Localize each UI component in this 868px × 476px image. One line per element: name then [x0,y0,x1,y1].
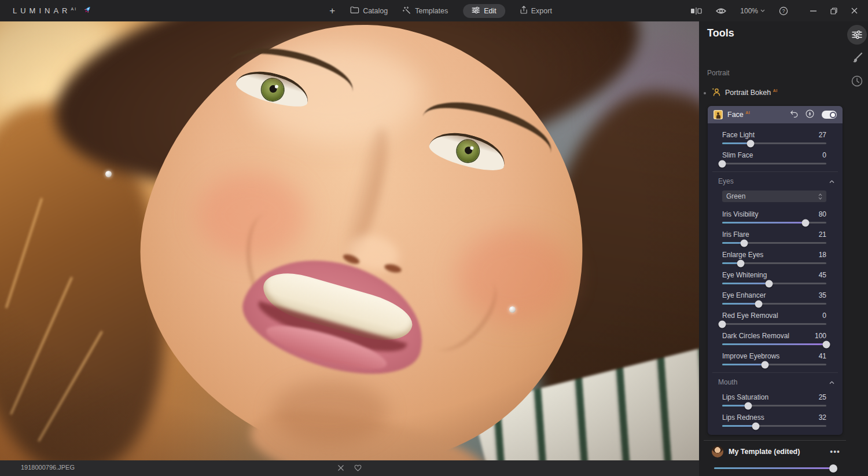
slider-label: Dark Circles Removal [722,332,789,340]
slider-dark-circles-removal: Dark Circles Removal100 [722,332,826,345]
logo-text: LUMINARAI [13,6,77,15]
slider-track[interactable] [722,364,826,365]
slider-track[interactable] [722,242,826,244]
tools-sidebar: Tools Portrait Portrait Bokeh AI Face AI [699,21,868,476]
filename-label: 1918000796.JPEG [21,464,75,471]
slider-knob[interactable] [823,340,830,348]
tool-portrait-bokeh[interactable]: Portrait Bokeh AI [704,87,778,98]
slider-track[interactable] [722,343,826,345]
favorite-heart-icon[interactable] [354,464,362,473]
slider-label: Lips Redness [722,413,764,422]
zoom-level-value: 100% [740,7,758,15]
slider-label: Face Light [722,131,755,139]
tab-templates-label: Templates [415,7,448,15]
minimize-button[interactable] [810,10,816,12]
local-masking-button[interactable] [849,50,865,65]
reset-icon[interactable] [790,109,798,120]
help-icon[interactable]: ? [779,6,788,16]
template-row[interactable]: My Template (edited) ••• [712,446,840,457]
top-bar: LUMINARAI + Catalog Templates Edit Expor… [0,0,868,21]
slider-track[interactable] [722,262,826,264]
template-amount-slider [714,464,837,469]
slider-label: Eye Whitening [722,271,767,279]
magic-wand-icon [403,6,411,16]
slider-track[interactable] [722,163,826,164]
add-photos-button[interactable]: + [329,5,335,17]
slider-label: Lips Saturation [722,393,768,401]
slider-knob[interactable] [752,422,759,430]
slider-knob[interactable] [755,300,763,307]
eye-color-select[interactable]: Green [722,191,826,202]
tab-catalog[interactable]: Catalog [350,6,388,15]
slider-eye-enhancer: Eye Enhancer35 [722,291,826,305]
reject-photo-icon[interactable] [337,464,344,473]
tab-templates[interactable]: Templates [403,6,448,16]
slider-track[interactable] [722,323,826,325]
face-tool-icon [713,110,723,119]
compare-view-icon[interactable] [690,8,702,14]
slider-eye-whitening: Eye Whitening45 [722,271,826,284]
slider-knob[interactable] [740,239,748,247]
svg-text:?: ? [782,8,785,14]
slider-iris-visibility: Iris Visibility80 [722,210,826,224]
slider-knob[interactable] [766,280,773,287]
slider-value: 25 [819,393,826,401]
adjustments-icon [852,31,862,39]
slider-knob[interactable] [719,160,726,167]
slider-knob[interactable] [737,259,745,267]
slider-track[interactable] [722,303,826,305]
slider-label: Eye Enhancer [722,291,766,299]
tab-export-label: Export [531,7,552,15]
app-logo: LUMINARAI [13,0,92,21]
slider-track[interactable] [714,467,837,469]
slider-knob[interactable] [746,140,754,147]
slider-track[interactable] [722,283,826,284]
section-label: Mouth [718,378,737,386]
export-icon [520,6,527,16]
tab-edit[interactable]: Edit [463,4,505,18]
face-panel-header[interactable]: Face AI [708,106,843,123]
chevron-up-icon [829,180,834,183]
rocket-icon [83,5,92,17]
restore-button[interactable] [830,8,837,14]
mask-icon[interactable] [806,109,814,120]
tab-export[interactable]: Export [520,6,552,16]
section-label: Eyes [718,177,734,185]
slider-knob[interactable] [802,219,810,226]
template-name: My Template (edited) [729,448,800,456]
photo-canvas[interactable] [0,21,699,460]
mouth-section-header[interactable]: Mouth [708,373,843,391]
slider-improve-eyebrows: Improve Eyebrows41 [722,352,826,365]
template-menu-button[interactable]: ••• [830,449,840,454]
divider [704,440,846,441]
slider-value: 100 [815,332,826,340]
sliders-icon [472,7,480,15]
slider-track[interactable] [722,425,826,427]
edit-tools-button[interactable] [847,25,867,45]
slider-knob[interactable] [761,361,768,368]
preview-eye-icon[interactable] [716,8,726,14]
slider-knob[interactable] [745,402,752,409]
slider-track[interactable] [722,142,826,144]
slider-value: 0 [822,312,826,320]
slider-track[interactable] [722,222,826,224]
slider-value: 80 [819,210,826,218]
history-button[interactable] [849,74,865,89]
slider-knob[interactable] [829,464,837,473]
slider-lips-saturation: Lips Saturation25 [722,393,826,407]
folder-icon [350,6,359,15]
panel-enabled-toggle[interactable] [822,111,837,119]
zoom-level-dropdown[interactable]: 100% [740,7,765,15]
slider-value: 35 [819,291,826,299]
footer-bar: 1918000796.JPEG [0,460,699,476]
category-label: Portrait [707,69,730,77]
eye-color-value: Green [726,192,745,200]
slider-track[interactable] [722,405,826,407]
slider-knob[interactable] [719,320,726,328]
close-button[interactable] [851,8,858,14]
slider-label: Iris Flare [722,230,749,239]
slider-value: 41 [819,352,826,360]
eyes-section-header[interactable]: Eyes [708,172,843,190]
slider-value: 18 [819,251,826,259]
tab-catalog-label: Catalog [363,7,388,15]
